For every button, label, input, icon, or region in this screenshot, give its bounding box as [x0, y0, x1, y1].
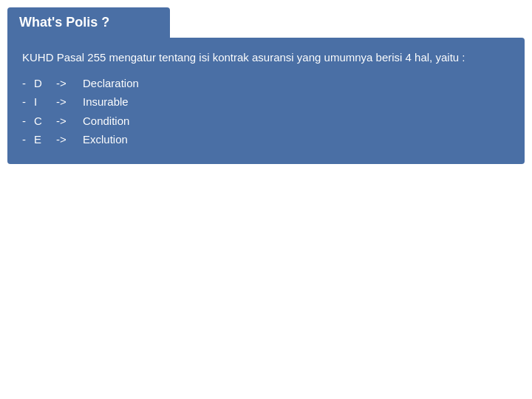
list-arrow-3: -> — [56, 112, 83, 131]
list-bullet-4: - — [22, 130, 34, 149]
header-wrapper: What's Polis ? — [7, 7, 525, 38]
page-title: What's Polis ? — [7, 7, 170, 38]
list-letter-1: D — [34, 74, 56, 93]
list-label-insurable: Insurable — [83, 92, 129, 112]
list-item: - I -> Insurable — [22, 92, 510, 112]
list-label-declaration: Declaration — [83, 74, 139, 93]
list-bullet-1: - — [22, 74, 34, 93]
list-item: - C -> Condition — [22, 112, 510, 131]
list-arrow-1: -> — [56, 74, 83, 93]
intro-text: KUHD Pasal 255 mengatur tentang isi kont… — [22, 50, 510, 66]
list-letter-4: E — [34, 130, 56, 149]
list-letter-3: C — [34, 112, 56, 131]
list-label-condition: Condition — [83, 112, 129, 131]
page-container: What's Polis ? KUHD Pasal 255 mengatur t… — [0, 0, 532, 399]
list-letter-2: I — [34, 92, 56, 112]
list-item: - D -> Declaration — [22, 74, 510, 93]
list-label-exclution: Exclution — [83, 130, 128, 149]
list-bullet-2: - — [22, 92, 34, 112]
list-arrow-2: -> — [56, 92, 83, 112]
list-bullet-3: - — [22, 112, 34, 131]
list-arrow-4: -> — [56, 130, 83, 149]
content-box: KUHD Pasal 255 mengatur tentang isi kont… — [7, 38, 525, 164]
list-container: - D -> Declaration - I -> Insurable - C … — [22, 74, 510, 149]
list-item: - E -> Exclution — [22, 130, 510, 149]
